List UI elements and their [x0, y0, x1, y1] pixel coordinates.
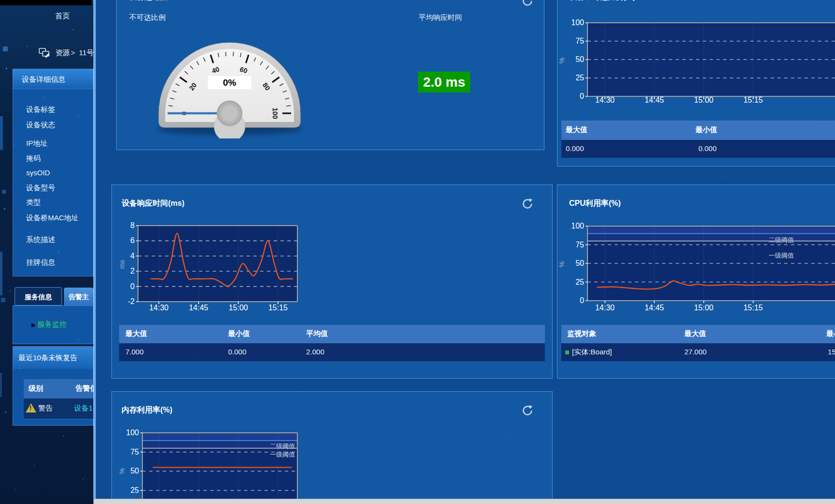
horizontal-scrollbar[interactable]: [93, 499, 835, 504]
min-value: 15.0: [828, 348, 835, 356]
breadcrumb-root[interactable]: 资源: [55, 48, 70, 57]
service-monitor-link[interactable]: ▶服务监控: [31, 320, 66, 329]
svg-text:0: 0: [580, 296, 584, 305]
svg-text:8: 8: [130, 221, 135, 229]
svg-text:100: 100: [571, 222, 584, 230]
svg-text:14:30: 14:30: [595, 304, 615, 312]
svg-text:15:15: 15:15: [268, 304, 288, 312]
svg-text:0: 0: [130, 282, 135, 290]
sidebar-item-device-label[interactable]: 设备标签: [26, 105, 55, 114]
star-dot: [82, 479, 83, 480]
svg-text:14:30: 14:30: [149, 304, 169, 312]
monitored-object: [实体:Board]: [565, 348, 612, 357]
response-time-chart: 86420-214:3014:4515:0015:15ms: [112, 221, 552, 314]
svg-text:15:00: 15:00: [694, 304, 713, 312]
monitor-edit-icon: [39, 51, 52, 60]
service-info-panel: ▶服务监控: [13, 305, 93, 344]
svg-text:50: 50: [575, 259, 584, 267]
star-dot: [19, 368, 20, 369]
unreachable-stats-table: 最大值 最小值 0.000 0.000: [561, 121, 835, 158]
svg-text:50: 50: [130, 467, 139, 475]
svg-text:-2: -2: [128, 297, 135, 305]
device-detail-list: 设备标签 设备状态 IP地址 掩码 sysOID 设备型号 类型 设备桥MAC地…: [13, 89, 93, 276]
star-dot: [727, 175, 727, 176]
avg-response-label: 平均响应时间: [418, 13, 462, 22]
col-max: 最大值: [566, 125, 588, 135]
max-value: 27.000: [684, 348, 707, 356]
svg-text:14:30: 14:30: [595, 96, 615, 104]
col-max: 最大值: [125, 329, 147, 338]
svg-text:25: 25: [575, 74, 584, 82]
star-dot: [509, 438, 510, 439]
sidebar-divider: [93, 0, 96, 504]
breadcrumb-current: 11号楼1楼: [79, 48, 93, 57]
response-time-panel: 设备响应时间(ms) 86420-214:3014:4515:0015:15ms…: [111, 184, 553, 379]
refresh-icon[interactable]: [521, 198, 534, 210]
sidebar-item-sys-desc[interactable]: 系统描述: [26, 235, 55, 244]
glow-decoration: [0, 373, 2, 397]
svg-text:75: 75: [575, 37, 584, 45]
svg-text:0%: 0%: [223, 77, 236, 88]
connectivity-panel: 设备连通性 不可达比例 平均响应时间 0204060801000% 2.0 ms: [116, 0, 544, 150]
svg-text:4: 4: [130, 252, 135, 260]
svg-text:%: %: [118, 468, 126, 474]
glow-decoration: [0, 116, 3, 150]
unreachable-chart: 100755025014:3014:4515:0015:15%: [557, 0, 835, 105]
svg-text:14:45: 14:45: [189, 304, 208, 312]
cpu-title: CPU利用率(%): [569, 199, 621, 209]
memory-panel: 内存利用率(%) 二级阈值一级阈值100755025%: [111, 391, 553, 504]
sidebar-item-bridge-mac[interactable]: 设备桥MAC地址: [26, 213, 78, 223]
warning-triangle-icon: [26, 403, 36, 412]
col-object: 监视对象: [567, 329, 596, 338]
svg-text:14:45: 14:45: [645, 96, 664, 104]
unreachable-gauge: 0204060801000%: [151, 30, 310, 138]
star-dot: [823, 122, 824, 123]
home-link[interactable]: 首页: [55, 12, 70, 21]
svg-text:75: 75: [130, 448, 139, 456]
sidebar-item-model[interactable]: 设备型号: [26, 183, 55, 193]
sidebar-item-device-state[interactable]: 设备状态: [26, 120, 55, 130]
svg-text:一级阈值: 一级阈值: [270, 451, 295, 458]
recent-alarm-panel: 最近10条未恢复告 级别 告警信 警告 设备1: [13, 346, 93, 426]
svg-text:15:15: 15:15: [743, 96, 763, 104]
refresh-icon[interactable]: [521, 404, 534, 417]
svg-text:6: 6: [130, 236, 135, 244]
svg-text:75: 75: [575, 241, 584, 249]
device-detail-header: 设备详细信息: [13, 69, 93, 89]
alarm-col-info: 告警信: [76, 384, 93, 393]
min-value: 0.000: [698, 144, 717, 153]
tab-alarm[interactable]: 告警主: [64, 288, 93, 306]
svg-text:%: %: [558, 58, 566, 63]
svg-text:2: 2: [130, 267, 135, 275]
svg-text:15:00: 15:00: [229, 304, 248, 312]
alarm-col-level: 级别: [29, 384, 43, 393]
cpu-chart: 二级阈值一级阈值100755025014:3014:4515:0015:15%: [557, 221, 835, 325]
svg-text:25: 25: [575, 278, 584, 286]
col-min: 最小值: [696, 125, 717, 135]
min-value: 0.000: [228, 348, 247, 356]
svg-text:100: 100: [271, 107, 279, 119]
star-dot: [4, 208, 5, 210]
star-dot: [194, 354, 195, 355]
star-dot: [77, 339, 78, 340]
star-dot: [339, 170, 340, 171]
sidebar-item-ip[interactable]: IP地址: [26, 138, 47, 148]
refresh-icon[interactable]: [521, 0, 534, 7]
star-dot: [102, 310, 103, 311]
sidebar-item-tag-info[interactable]: 挂牌信息: [26, 258, 55, 267]
glow-decoration: [2, 190, 6, 194]
star-dot: [73, 29, 74, 30]
star-dot: [58, 252, 59, 253]
max-value: 0.000: [566, 144, 584, 153]
svg-text:15:00: 15:00: [694, 96, 713, 104]
star-dot: [90, 77, 91, 78]
svg-text:100: 100: [126, 428, 139, 437]
star-dot: [605, 170, 606, 171]
svg-text:15:15: 15:15: [743, 304, 763, 312]
svg-text:二级阈值: 二级阈值: [769, 236, 794, 244]
sidebar-item-type[interactable]: 类型: [26, 198, 41, 207]
sidebar-item-sysoid[interactable]: sysOID: [26, 168, 50, 178]
tab-service-info[interactable]: 服务信息: [15, 287, 62, 305]
alarm-device-link[interactable]: 设备1: [74, 404, 93, 413]
sidebar-item-mask[interactable]: 掩码: [26, 153, 41, 163]
